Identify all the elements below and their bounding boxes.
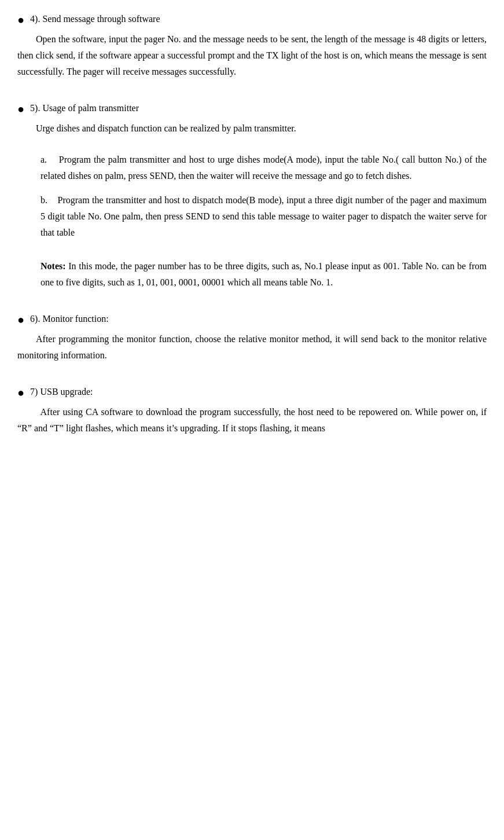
page-content: ● 4). Send message through software Open… bbox=[17, 12, 487, 436]
section-6-paragraph-1: After programming the monitor function, … bbox=[17, 331, 487, 364]
section-7-paragraph-1: After using CA software to download the … bbox=[17, 404, 487, 436]
sub-item-a: a. Program the palm transmitter and host… bbox=[41, 152, 487, 184]
bullet-item-6: ● 6). Monitor function: bbox=[17, 311, 487, 328]
section-4-paragraph-1: Open the software, input the pager No. a… bbox=[17, 31, 487, 80]
sub-item-a-content: Program the palm transmitter and host to… bbox=[41, 155, 487, 181]
bullet-label-4: 4). Send message through software bbox=[30, 12, 160, 27]
section-4: ● 4). Send message through software Open… bbox=[17, 12, 487, 80]
section-5: ● 5). Usage of palm transmitter Urge dis… bbox=[17, 101, 487, 291]
section-7: ● 7) USB upgrade: After using CA softwar… bbox=[17, 384, 487, 436]
bullet-dot-5: ● bbox=[17, 101, 24, 117]
bullet-label-6: 6). Monitor function: bbox=[30, 311, 109, 327]
sub-item-b-text: b. Program the transmitter and host to d… bbox=[41, 192, 487, 241]
sub-item-b-label: b. bbox=[41, 195, 58, 205]
sub-item-b-content: Program the transmitter and host to disp… bbox=[41, 195, 487, 237]
section-6: ● 6). Monitor function: After programmin… bbox=[17, 311, 487, 364]
sub-item-a-label: a. bbox=[41, 155, 59, 164]
bullet-label-7: 7) USB upgrade: bbox=[30, 384, 93, 399]
bullet-dot-6: ● bbox=[17, 311, 24, 328]
bullet-item-4: ● 4). Send message through software bbox=[17, 12, 487, 28]
bullet-item-7: ● 7) USB upgrade: bbox=[17, 384, 487, 401]
bullet-dot-4: ● bbox=[17, 12, 24, 28]
bullet-label-5: 5). Usage of palm transmitter bbox=[30, 101, 139, 116]
sub-item-b: b. Program the transmitter and host to d… bbox=[41, 192, 487, 241]
notes-content: In this mode, the pager number has to be… bbox=[41, 261, 487, 287]
bullet-item-5: ● 5). Usage of palm transmitter bbox=[17, 101, 487, 117]
notes-bold-label: Notes: bbox=[41, 261, 66, 271]
section-5-paragraph-1: Urge dishes and dispatch function can be… bbox=[17, 120, 487, 137]
sub-item-a-text: a. Program the palm transmitter and host… bbox=[41, 152, 487, 184]
bullet-dot-7: ● bbox=[17, 384, 24, 401]
section-5-notes: Notes: In this mode, the pager number ha… bbox=[41, 258, 487, 291]
